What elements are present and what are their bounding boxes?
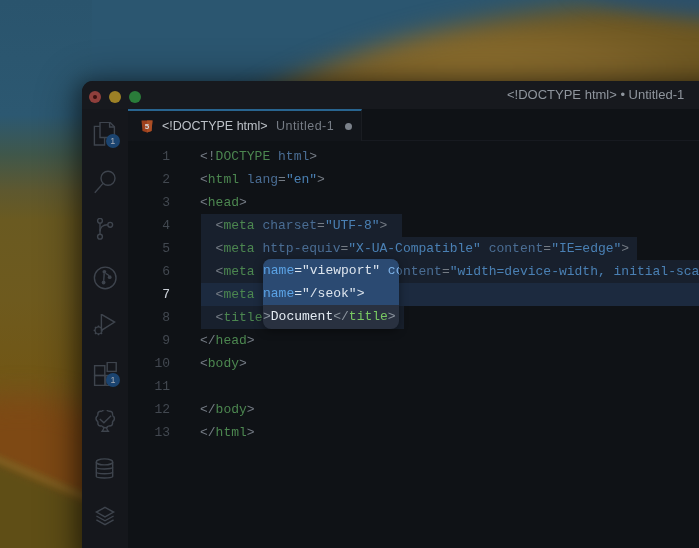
svg-text:5: 5 — [145, 122, 150, 131]
